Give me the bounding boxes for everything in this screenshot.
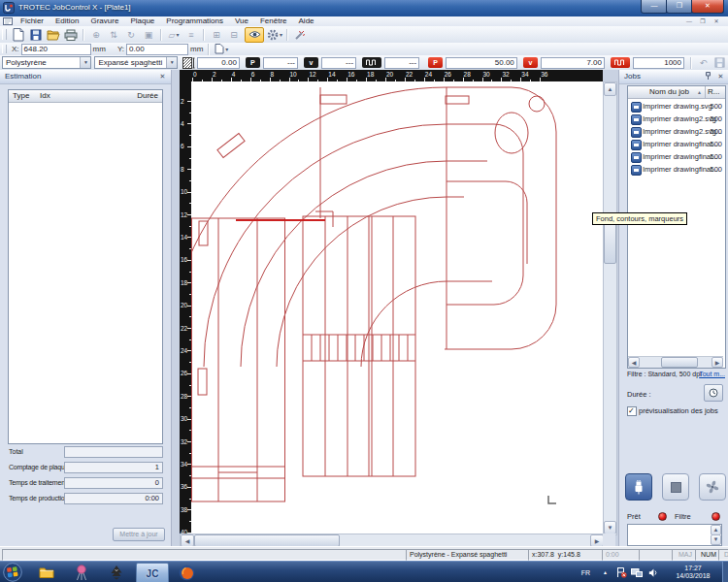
menu-programmations[interactable]: Programmations bbox=[160, 16, 229, 26]
folder-icon bbox=[39, 566, 54, 578]
stop-button[interactable] bbox=[662, 473, 689, 501]
estimation-list[interactable]: Type Idx Durée bbox=[8, 89, 163, 444]
plate-template-icon[interactable]: ▾ bbox=[214, 42, 229, 56]
jobs-close-icon[interactable]: ✕ bbox=[715, 72, 726, 81]
menu-plaque[interactable]: Plaque bbox=[124, 16, 160, 26]
scroll-up-icon[interactable] bbox=[604, 82, 616, 96]
undo-icon[interactable]: ↶ bbox=[696, 55, 711, 70]
status-material: Polystyrène - Expansé spaghetti bbox=[406, 549, 532, 561]
maximize-button[interactable]: ❒ bbox=[666, 0, 693, 14]
focus-position-icon[interactable]: ⊕ bbox=[88, 27, 104, 42]
tray-language[interactable]: FR bbox=[581, 562, 590, 582]
y-label: Y: bbox=[117, 45, 124, 53]
usb-connect-button[interactable] bbox=[625, 473, 652, 501]
network-icon[interactable] bbox=[631, 562, 643, 582]
settings-gear-icon[interactable]: ▾ bbox=[267, 27, 282, 42]
process-select[interactable]: Expansé spaghetti▼ bbox=[94, 56, 178, 69]
job-row[interactable]: Imprimer drawingfinal...500 bbox=[628, 150, 725, 163]
menu-edition[interactable]: Edition bbox=[50, 16, 84, 26]
canvas-vscrollbar[interactable] bbox=[603, 81, 617, 535]
speed-black-input[interactable]: --- bbox=[321, 57, 356, 69]
power-black-input[interactable]: --- bbox=[263, 57, 298, 69]
jobs-name-column[interactable]: Nom du job bbox=[649, 86, 689, 98]
exhaust-fan-button[interactable] bbox=[699, 473, 726, 501]
menu-aide[interactable]: Aide bbox=[293, 16, 320, 26]
calc-duration-button[interactable] bbox=[704, 384, 723, 402]
frequency-red-input[interactable]: 1000 bbox=[633, 57, 684, 69]
jobs-hscrollbar[interactable] bbox=[628, 356, 723, 368]
z-offset-input[interactable]: 0.00 bbox=[197, 57, 240, 69]
laser-pointer-icon[interactable] bbox=[292, 27, 308, 42]
job-row[interactable]: Imprimer drawingfinal...500 bbox=[628, 138, 725, 150]
material-select[interactable]: Polystyrène▼ bbox=[2, 56, 91, 69]
move-job-icon[interactable]: ⇅ bbox=[106, 27, 121, 42]
save-parameters-icon[interactable] bbox=[712, 55, 727, 70]
column-idx[interactable]: Idx bbox=[40, 90, 50, 102]
plate-canvas[interactable] bbox=[191, 81, 603, 534]
preview-eye-icon[interactable] bbox=[245, 27, 264, 43]
job-row[interactable]: Imprimer drawing2.svg...500 bbox=[628, 125, 725, 138]
outline-mode-icon[interactable]: ▱▾ bbox=[166, 27, 182, 42]
action-center-icon[interactable] bbox=[615, 562, 627, 582]
open-folder-icon[interactable] bbox=[46, 27, 61, 42]
estimation-panel: Estimation ✕ Type Idx Durée Total Compta… bbox=[0, 70, 172, 546]
y-position-input[interactable]: 0.00 bbox=[126, 44, 188, 55]
scroll-right-icon[interactable] bbox=[711, 357, 723, 368]
child-minimize-button[interactable]: — bbox=[683, 17, 695, 25]
status-coordinates: x:307.8 y:145.8 bbox=[528, 549, 606, 561]
x-position-input[interactable]: 648.20 bbox=[21, 44, 91, 55]
thickness-icon bbox=[182, 55, 196, 70]
speed-red-input[interactable]: 7.00 bbox=[541, 57, 605, 69]
window-cascade-icon[interactable]: ⊟ bbox=[226, 27, 242, 42]
jobs-hscroll-thumb[interactable] bbox=[661, 357, 698, 368]
scroll-down-icon[interactable] bbox=[604, 521, 616, 534]
speed-badge-black: v bbox=[304, 57, 318, 68]
jobs-res-column[interactable]: R... bbox=[705, 86, 719, 98]
toolbar-grip[interactable] bbox=[2, 45, 7, 53]
child-restore-button[interactable]: ❒ bbox=[697, 17, 709, 25]
column-type[interactable]: Type bbox=[13, 90, 29, 102]
menu-fenetre[interactable]: Fenêtre bbox=[254, 16, 293, 26]
align-icon[interactable]: ≡ bbox=[183, 27, 199, 42]
job-row[interactable]: Imprimer drawing.svg500 bbox=[628, 100, 725, 113]
tray-hidden-icons-icon[interactable]: ▲ bbox=[603, 562, 608, 582]
menu-gravure[interactable]: Gravure bbox=[84, 16, 124, 26]
preview-jobs-checkbox[interactable] bbox=[627, 406, 637, 416]
show-desktop-button[interactable] bbox=[722, 562, 728, 582]
show-all-link[interactable]: Tout m... bbox=[699, 371, 725, 377]
rotate-job-icon[interactable]: ↻ bbox=[123, 27, 139, 42]
tray-clock[interactable]: 17:27 14/03/2018 bbox=[666, 562, 720, 582]
scroll-left-icon[interactable] bbox=[628, 357, 640, 368]
job-row[interactable]: Imprimer drawingfinal...500 bbox=[628, 163, 725, 176]
plate-corner-mark bbox=[548, 496, 556, 503]
volume-icon[interactable] bbox=[647, 562, 658, 582]
minimize-button[interactable]: — bbox=[641, 0, 668, 14]
save-icon[interactable] bbox=[28, 27, 44, 42]
close-button[interactable]: ✕ bbox=[691, 0, 724, 14]
taskbar-pink-app-button[interactable] bbox=[66, 563, 97, 582]
duplicate-job-icon[interactable]: ▣ bbox=[141, 27, 156, 42]
taskbar-inkscape-button[interactable] bbox=[101, 563, 132, 582]
toolbar-grip[interactable] bbox=[2, 29, 7, 41]
child-close-button[interactable]: ✕ bbox=[711, 17, 722, 25]
update-button[interactable]: Mettre à jour bbox=[113, 528, 165, 541]
column-duration[interactable]: Durée bbox=[137, 90, 158, 102]
pin-icon[interactable] bbox=[703, 72, 713, 81]
print-icon[interactable] bbox=[63, 27, 79, 42]
taskbar-explorer-button[interactable] bbox=[31, 563, 62, 582]
menu-vue[interactable]: Vue bbox=[229, 16, 254, 26]
vscroll-thumb[interactable] bbox=[604, 219, 616, 264]
job-row[interactable]: Imprimer drawing2.svg500 bbox=[628, 113, 725, 125]
start-button[interactable] bbox=[3, 563, 22, 582]
frequency-black-input[interactable]: --- bbox=[384, 57, 419, 69]
jobs-list[interactable]: Nom du job ▲ R... Imprimer drawing.svg50… bbox=[627, 85, 726, 369]
menu-fichier[interactable]: Fichier bbox=[15, 16, 50, 26]
new-document-icon[interactable] bbox=[11, 27, 26, 42]
power-red-input[interactable]: 50.00 bbox=[446, 57, 517, 69]
taskbar-jobcontrol-button[interactable]: JC bbox=[136, 563, 169, 582]
window-tile-icon[interactable]: ⊞ bbox=[209, 27, 224, 42]
estimation-close-icon[interactable]: ✕ bbox=[157, 72, 168, 81]
spin-down-icon[interactable] bbox=[711, 534, 721, 545]
message-spinbox[interactable] bbox=[627, 524, 722, 546]
taskbar-firefox-button[interactable] bbox=[171, 563, 202, 582]
